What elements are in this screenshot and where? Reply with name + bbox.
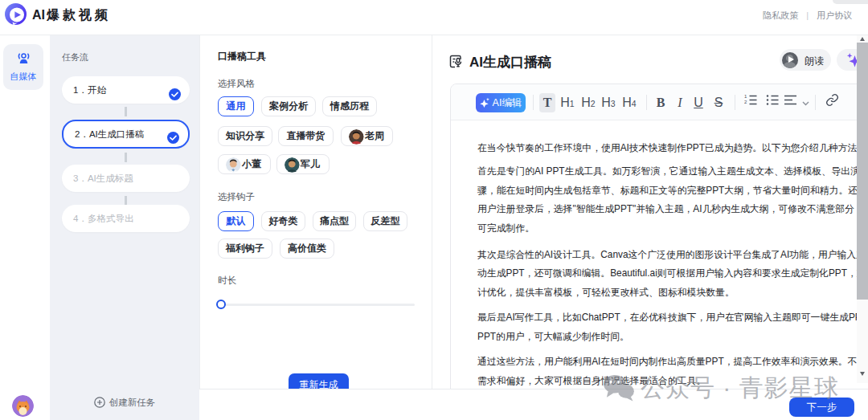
svg-text:1: 1 <box>744 94 747 99</box>
svg-text:2: 2 <box>744 100 747 104</box>
